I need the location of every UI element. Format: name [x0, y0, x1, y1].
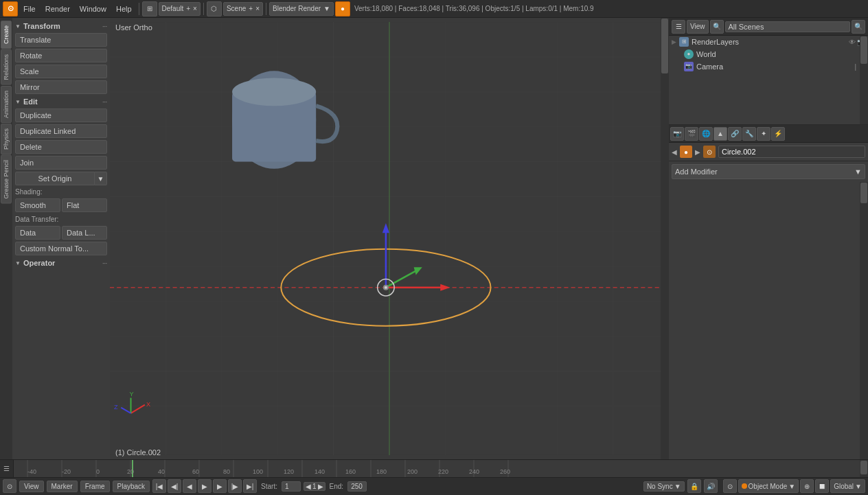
outliner-icon[interactable]: ☰: [672, 20, 685, 34]
tree-camera[interactable]: 📷 Camera | ⚙: [669, 60, 868, 73]
no-sync-select[interactable]: No Sync ▼: [643, 481, 685, 492]
frame-next-icon[interactable]: ▶: [318, 483, 323, 490]
blender-icon[interactable]: ⊙: [3, 1, 18, 16]
play-btn[interactable]: ▶: [198, 479, 212, 493]
tab-relations[interactable]: Relations: [1, 49, 12, 85]
particles-icon[interactable]: ✦: [757, 127, 770, 141]
playback-btn[interactable]: Playback: [113, 481, 150, 492]
smooth-btn[interactable]: Smooth: [15, 198, 60, 212]
end-frame-input[interactable]: 250: [347, 481, 367, 492]
translate-btn[interactable]: Translate: [15, 33, 107, 47]
next-keyframe-btn[interactable]: |▶: [228, 479, 242, 493]
stats-text: Verts:18,080 | Faces:18,048 | Tris:36,09…: [354, 5, 594, 12]
outliner-scrollbar-thumb[interactable]: [860, 36, 867, 64]
global-label: Global: [834, 483, 854, 490]
join-btn[interactable]: Join: [15, 156, 107, 170]
prev-keyframe-btn[interactable]: ◀|: [168, 479, 181, 493]
mirror-btn[interactable]: Mirror: [15, 80, 107, 94]
rotate-btn[interactable]: Rotate: [15, 49, 107, 62]
data-btn[interactable]: Data: [15, 226, 60, 240]
menu-file[interactable]: File: [19, 3, 40, 14]
transform-triangle: ▼: [15, 23, 21, 30]
transform-icon[interactable]: ⊕: [800, 479, 814, 493]
object-mode-select[interactable]: Object Mode ▼: [738, 479, 799, 493]
scene-props-icon[interactable]: 🎬: [685, 127, 698, 141]
set-origin-btn[interactable]: Set Origin: [15, 172, 95, 185]
data-l-btn[interactable]: Data L...: [62, 226, 107, 240]
world-props-icon[interactable]: 🌐: [699, 127, 713, 141]
timeline-ruler[interactable]: -40 -20 0 20 40 60 80 100 120 140 160 18…: [14, 460, 860, 477]
tab-grease[interactable]: Grease Pencil: [1, 155, 12, 204]
timeline-scrollbar[interactable]: [860, 460, 868, 477]
menu-render[interactable]: Render: [41, 3, 74, 14]
timeline-scrollbar-thumb[interactable]: [860, 461, 867, 474]
left-panel: Create Relations Animation Physics Greas…: [0, 18, 110, 459]
eye-icon[interactable]: 👁: [849, 38, 856, 46]
object-name-bar: ◀ ● ▶ ⊙: [669, 143, 868, 161]
object-name-field[interactable]: [718, 146, 865, 158]
tree-render-layers[interactable]: ▶ ⊞ RenderLayers 👁 📷: [669, 36, 868, 48]
tab-create[interactable]: Create: [1, 21, 12, 49]
object-type-icon: ●: [680, 146, 692, 158]
custom-normal-btn[interactable]: Custom Normal To...: [15, 242, 107, 255]
scene-selector[interactable]: Scene +×: [223, 2, 263, 16]
view-btn[interactable]: View: [687, 20, 709, 34]
view-menu-btn[interactable]: View: [19, 481, 44, 492]
svg-text:200: 200: [407, 468, 418, 475]
audio-mute[interactable]: 🔊: [704, 479, 718, 493]
props-scrollbar[interactable]: [860, 182, 868, 459]
statusbar-icon[interactable]: ⊙: [3, 479, 16, 493]
current-frame[interactable]: 1: [312, 483, 317, 490]
add-modifier-btn[interactable]: Add Modifier ▼: [672, 164, 865, 179]
timeline-icon[interactable]: ☰: [0, 460, 14, 477]
marker-btn[interactable]: Marker: [47, 481, 78, 492]
outliner-scrollbar[interactable]: [860, 36, 868, 124]
menu-help[interactable]: Help: [112, 3, 136, 14]
scene-selector[interactable]: All Scenes: [725, 21, 851, 32]
search-btn[interactable]: 🔍: [710, 20, 724, 34]
set-origin-arrow[interactable]: ▼: [95, 172, 107, 185]
delete-btn[interactable]: Delete: [15, 140, 107, 154]
outliner-search[interactable]: 🔍: [852, 20, 865, 34]
world-label: World: [696, 50, 716, 58]
svg-text:-40: -40: [27, 468, 36, 475]
viewport-scrollbar-v[interactable]: [661, 18, 669, 459]
next-frame-btn[interactable]: ▶: [213, 479, 227, 493]
viewport-icon[interactable]: ⊞: [142, 1, 157, 16]
global-select[interactable]: Global ▼: [830, 479, 865, 493]
start-frame-input[interactable]: 1: [282, 481, 301, 492]
object-mode-dot: [742, 483, 747, 489]
viewport[interactable]: X Y Z User Ortho (1) Circle.002: [110, 18, 669, 459]
viewport-mode-icon[interactable]: ⊙: [723, 479, 737, 493]
scale-btn[interactable]: Scale: [15, 65, 107, 78]
duplicate-linked-btn[interactable]: Duplicate Linked: [15, 124, 107, 138]
frame-stepper[interactable]: ◀ 1 ▶: [304, 482, 326, 491]
props-scrollbar-thumb[interactable]: [860, 183, 867, 203]
scene-icon[interactable]: ⬡: [207, 1, 222, 16]
timeline-options[interactable]: 🔒: [687, 479, 701, 493]
jump-end-btn[interactable]: ▶|: [243, 479, 257, 493]
tree-world[interactable]: ● World: [669, 48, 868, 60]
jump-start-btn[interactable]: |◀: [152, 479, 166, 493]
object-props-icon[interactable]: ▲: [713, 127, 727, 141]
timeline-bar[interactable]: ☰ -40 -20 0 20 40 60 80 100 120 140: [0, 460, 868, 478]
prev-frame-btn[interactable]: ◀: [183, 479, 196, 493]
frame-menu-btn[interactable]: Frame: [80, 481, 110, 492]
mode-selector[interactable]: Default +×: [159, 2, 201, 16]
engine-selector[interactable]: Blender Render ▼: [269, 2, 334, 16]
scrollbar-thumb-v[interactable]: [661, 19, 668, 73]
modifier-icon[interactable]: 🔧: [742, 127, 756, 141]
tab-animation[interactable]: Animation: [1, 86, 12, 123]
snap-icon[interactable]: 🔲: [815, 479, 829, 493]
camera-separator: |: [854, 63, 856, 71]
render-props-icon[interactable]: 📷: [670, 127, 684, 141]
constraints-icon[interactable]: 🔗: [728, 127, 742, 141]
menu-window[interactable]: Window: [76, 3, 111, 14]
physics-icon[interactable]: ⚡: [771, 127, 785, 141]
duplicate-btn[interactable]: Duplicate: [15, 108, 107, 122]
svg-text:140: 140: [315, 468, 325, 475]
flat-btn[interactable]: Flat: [62, 198, 107, 212]
add-modifier-label: Add Modifier: [675, 168, 718, 176]
frame-prev-icon[interactable]: ◀: [306, 483, 311, 490]
tab-physics[interactable]: Physics: [1, 124, 12, 154]
